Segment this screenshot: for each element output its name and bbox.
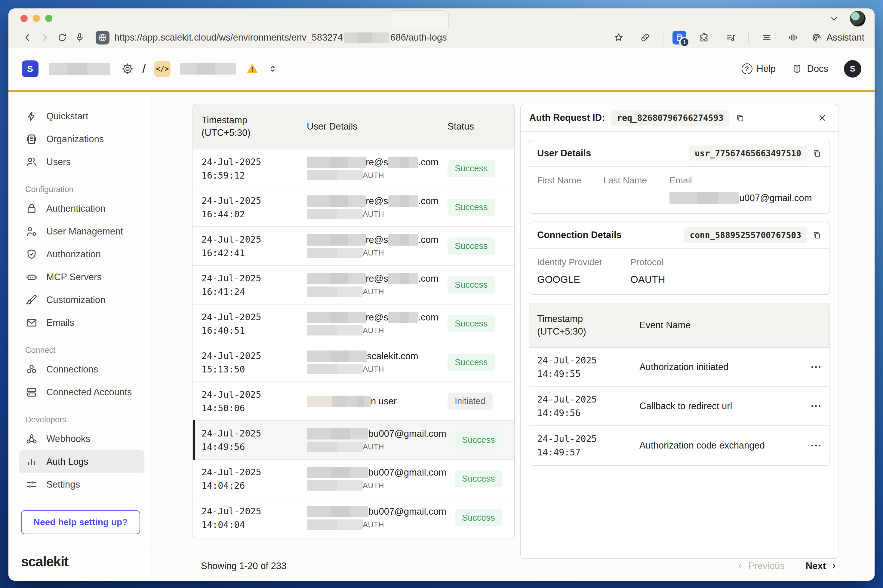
log-user-details: re@s.com AUTH <box>298 234 439 258</box>
gear-icon[interactable] <box>121 63 134 75</box>
sidebar-item-auth-logs[interactable]: Auth Logs <box>19 450 144 473</box>
help-icon <box>742 63 752 74</box>
sidebar-item-connected-accounts[interactable]: Connected Accounts <box>19 381 144 404</box>
log-row[interactable]: 24-Jul-202516:44:02 re@s.com AUTH Succes… <box>193 188 514 227</box>
voice-search-button[interactable] <box>71 30 89 45</box>
email-value: u007@gmail.com <box>670 192 821 204</box>
redacted-text <box>388 234 418 246</box>
user-details-title: User Details <box>537 148 591 159</box>
environment-name-redacted[interactable] <box>180 63 236 75</box>
audio-button[interactable] <box>784 30 802 45</box>
building-icon <box>25 133 38 146</box>
sidebar-item-connections[interactable]: Connections <box>19 358 144 381</box>
auth-request-detail-panel: Auth Request ID: req_82680796766274593 U… <box>520 104 838 559</box>
log-timestamp: 24-Jul-202514:04:04 <box>193 504 298 531</box>
previous-page-button[interactable]: Previous <box>736 561 785 572</box>
log-row[interactable]: 24-Jul-202516:59:12 re@s.com AUTH Succes… <box>193 149 514 188</box>
redacted-text <box>307 396 347 407</box>
redacted-text <box>307 234 366 246</box>
assistant-spiral-icon <box>811 32 822 43</box>
log-row[interactable]: 24-Jul-202514:50:06 n user Initiated <box>193 382 514 421</box>
email-label: Email <box>670 175 821 186</box>
sidebar-item-organizations[interactable]: Organizations <box>19 128 144 151</box>
log-row[interactable]: 24-Jul-202516:41:24 re@s.com AUTH Succes… <box>193 266 514 304</box>
last-name-value <box>603 192 670 204</box>
workspace-avatar[interactable]: S <box>22 60 39 77</box>
sidebar: Quickstart Organizations Users Configura… <box>8 92 152 579</box>
shield-check-icon <box>25 248 38 261</box>
event-timestamp: 24-Jul-202514:49:57 <box>529 432 632 459</box>
back-button[interactable] <box>19 30 36 45</box>
close-window-button[interactable] <box>21 15 28 22</box>
redacted-text <box>307 286 363 297</box>
event-row: 24-Jul-202514:49:57 Authorization code e… <box>529 426 829 465</box>
forward-button[interactable] <box>36 30 54 45</box>
logs-table-header: Timestamp (UTC+5:30) User Details Status <box>193 104 514 149</box>
zoom-window-button[interactable] <box>45 15 53 22</box>
redacted-text <box>307 157 366 168</box>
server-stack-icon <box>25 386 38 399</box>
sidebar-item-customization[interactable]: Customization <box>19 289 144 311</box>
log-row[interactable]: 24-Jul-202514:04:26 bu007@gmail.com AUTH… <box>193 460 514 498</box>
playlist-button[interactable] <box>722 30 739 45</box>
event-menu-button[interactable] <box>802 445 829 446</box>
column-event-name: Event Name <box>632 320 802 331</box>
paintbrush-icon <box>25 294 38 306</box>
help-button[interactable]: Help <box>742 63 776 74</box>
reload-button[interactable] <box>54 30 71 45</box>
status-badge: Initiated <box>448 393 493 410</box>
environment-icon[interactable]: </> <box>154 61 171 77</box>
log-timestamp: 24-Jul-202514:50:06 <box>193 388 298 415</box>
event-menu-button[interactable] <box>802 366 829 368</box>
password-manager-extension-button[interactable]: 1 <box>673 31 686 45</box>
log-user-details: bu007@gmail.com AUTH <box>298 428 446 452</box>
scalekit-logo: scalekit <box>19 544 144 570</box>
sidebar-item-authorization[interactable]: Authorization <box>19 243 144 266</box>
workspace-name-redacted[interactable] <box>49 63 110 75</box>
environment-selector-icon[interactable] <box>268 64 278 74</box>
copy-icon[interactable] <box>735 113 745 123</box>
warning-icon <box>246 63 259 75</box>
log-timestamp: 24-Jul-202516:44:02 <box>193 194 298 221</box>
redacted-text <box>307 351 367 362</box>
sidebar-item-webhooks[interactable]: Webhooks <box>19 428 144 450</box>
puzzle-icon <box>698 32 710 43</box>
user-avatar[interactable]: S <box>844 60 861 78</box>
reader-mode-button[interactable] <box>758 30 775 45</box>
bookmark-button[interactable] <box>610 30 627 45</box>
need-help-button[interactable]: Need help setting up? <box>21 510 140 534</box>
chevron-left-icon <box>22 32 33 43</box>
copy-link-button[interactable] <box>637 30 654 45</box>
minimize-window-button[interactable] <box>33 15 40 22</box>
sidebar-item-users[interactable]: Users <box>19 151 144 174</box>
close-panel-button[interactable] <box>815 111 829 125</box>
sidebar-item-user-management[interactable]: User Management <box>19 220 144 243</box>
sidebar-item-quickstart[interactable]: Quickstart <box>19 105 144 128</box>
lightning-icon <box>25 110 38 123</box>
browser-profile-avatar[interactable] <box>850 11 865 27</box>
book-icon <box>791 63 803 75</box>
extensions-button[interactable] <box>695 30 713 45</box>
copy-icon[interactable] <box>812 230 821 240</box>
sidebar-item-mcp-servers[interactable]: MCP Servers <box>19 266 144 289</box>
sidebar-item-settings[interactable]: Settings <box>19 473 144 496</box>
log-row-selected[interactable]: 24-Jul-202514:49:56 bu007@gmail.com AUTH… <box>193 421 514 460</box>
event-row: 24-Jul-202514:49:56 Callback to redirect… <box>529 387 829 426</box>
assistant-button[interactable]: Assistant <box>811 32 864 43</box>
event-menu-button[interactable] <box>802 405 829 407</box>
address-bar[interactable]: https://app.scalekit.cloud/ws/environmen… <box>96 31 447 45</box>
status-badge: Success <box>455 470 502 487</box>
log-row[interactable]: 24-Jul-202516:42:41 re@s.com AUTH Succes… <box>193 227 514 266</box>
next-page-button[interactable]: Next <box>806 561 838 572</box>
copy-icon[interactable] <box>812 148 821 158</box>
log-row[interactable]: 24-Jul-202514:04:04 bu007@gmail.com AUTH… <box>193 498 514 537</box>
log-row[interactable]: 24-Jul-202516:40:51 re@s.com AUTH Succes… <box>193 304 514 343</box>
status-badge: Success <box>448 276 495 293</box>
sidebar-item-authentication[interactable]: Authentication <box>19 197 144 220</box>
docs-button[interactable]: Docs <box>791 63 828 75</box>
redacted-text <box>307 467 368 478</box>
sidebar-item-emails[interactable]: Emails <box>19 311 144 334</box>
chevron-down-icon[interactable] <box>828 13 840 24</box>
log-row[interactable]: 24-Jul-202515:13:50 scalekit.com AUTH Su… <box>193 343 514 382</box>
event-name: Authorization code exchanged <box>632 440 802 451</box>
